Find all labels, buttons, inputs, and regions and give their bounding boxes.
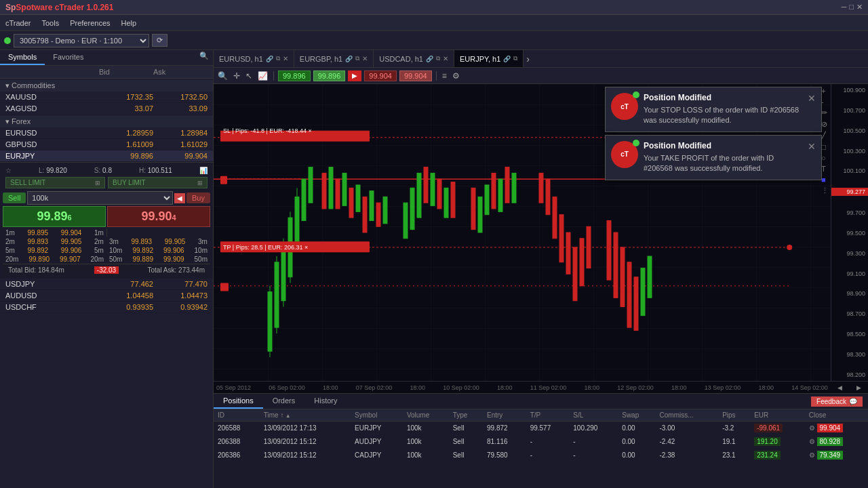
scroll-right-icon[interactable]: ▶ <box>856 384 861 391</box>
svg-rect-31 <box>478 197 482 232</box>
svg-rect-48 <box>627 262 631 327</box>
qt-info-row: ☆ L: 99.820 S: 0.8 H: 100.511 📊 <box>3 165 210 176</box>
eraser-icon[interactable]: ⊘ <box>821 120 829 129</box>
close-notif-1-icon[interactable]: ✕ <box>808 93 816 104</box>
svg-rect-28 <box>444 188 448 218</box>
account-selector[interactable]: 3005798 - Demo · EUR · 1:100 <box>14 34 149 47</box>
close-btn[interactable]: ✕ <box>856 3 863 12</box>
scroll-left-icon[interactable]: ◀ <box>837 384 842 391</box>
list-item[interactable]: USDJPY 77.462 77.470 <box>0 279 213 290</box>
menu-preferences[interactable]: Preferences <box>70 19 110 27</box>
svg-rect-24 <box>417 173 421 218</box>
line-icon[interactable]: ╱ <box>821 131 829 140</box>
crosshair-icon[interactable]: ✛ <box>232 70 241 82</box>
tab-orders[interactable]: Orders <box>263 394 305 409</box>
svg-rect-15 <box>342 173 347 205</box>
pos-gear-1[interactable]: ⚙ <box>809 424 815 432</box>
sell-price-display[interactable]: 99.896 <box>3 206 106 227</box>
cursor-icon[interactable]: ↖ <box>244 70 254 82</box>
close-pos-3-button[interactable]: 79.349 <box>817 451 844 460</box>
tab-symbols[interactable]: Symbols <box>0 50 45 65</box>
ask-button[interactable]: 99.904 <box>399 70 432 81</box>
chart-tab-eurjpy[interactable]: EURJPY, h1 🔗 ⧉ <box>454 50 524 67</box>
sell-arrow-icon[interactable]: ◀ <box>174 193 185 203</box>
zoom-icon[interactable]: 🔍 <box>216 70 229 82</box>
close-tab-icon[interactable]: ✕ <box>283 55 288 62</box>
minimize-btn[interactable]: ─ <box>842 3 847 12</box>
svg-rect-34 <box>498 179 502 211</box>
scroll-right-icon[interactable]: › <box>524 54 532 64</box>
refresh-button[interactable]: ⟳ <box>152 34 167 47</box>
right-panel: EURUSD, h1 🔗 ⧉ ✕ EURGBP, h1 🔗 ⧉ ✕ USDCAD… <box>214 50 868 488</box>
buy-price-display[interactable]: 99.904 <box>107 206 210 227</box>
pos-eur-1: -99.061 <box>750 422 805 435</box>
draw-icon[interactable]: ✏ <box>821 108 829 117</box>
more-icon[interactable]: ⋮ <box>821 186 829 195</box>
bottom-panel: Positions Orders History Feedback 💬 ID T… <box>214 393 868 488</box>
chart-tab-usdcad[interactable]: USDCAD, h1 🔗 ⧉ ✕ <box>374 50 454 67</box>
list-item-eurjpy[interactable]: EURJPY 99.896 99.904 <box>0 150 213 162</box>
trade-size-select[interactable]: 100k 10k 1k <box>27 191 173 205</box>
indicator-icon[interactable]: 📈 <box>256 70 269 82</box>
commodities-section: ▾ Commodities <box>0 80 213 92</box>
pos-id-2: 206388 <box>214 435 260 449</box>
close-tab-icon2[interactable]: ✕ <box>362 55 368 62</box>
list-item[interactable]: AUDUSD 1.04458 1.04473 <box>0 290 213 302</box>
tab-positions[interactable]: Positions <box>214 394 263 409</box>
text-icon[interactable]: T <box>821 165 829 173</box>
search-icon[interactable]: 🔍 <box>195 50 213 65</box>
list-item[interactable]: EURUSD 1.28959 1.28984 <box>0 127 213 139</box>
menu-help[interactable]: Help <box>121 19 137 27</box>
buy-button[interactable]: Buy <box>186 192 210 203</box>
chart-tab-eurgbp[interactable]: EURGBP, h1 🔗 ⧉ ✕ <box>294 50 374 67</box>
pos-gear-3[interactable]: ⚙ <box>809 451 815 459</box>
col-pips: Pips <box>718 409 750 422</box>
ask-display: 99.904 <box>364 70 397 81</box>
popout-icon2: ⧉ <box>355 55 359 62</box>
rect-icon[interactable]: □ <box>821 143 829 151</box>
sell-limit-button[interactable]: SELL LIMIT ⊞ <box>5 177 105 188</box>
timeframe-grid: 1m99.89599.9041m 2m99.89399.9052m 3m99.8… <box>3 228 210 264</box>
pos-gear-2[interactable]: ⚙ <box>809 438 815 445</box>
tab-history[interactable]: History <box>304 394 347 409</box>
menu-ctrader[interactable]: cTrader <box>5 19 31 27</box>
table-header: ID Time ↑ Symbol Volume Type Entry T/P S… <box>214 409 868 422</box>
pos-commission-2: -2.42 <box>656 435 719 449</box>
table-row: 206388 13/09/2012 15:12 AUDJPY 100k Sell… <box>214 435 868 449</box>
close-pos-2-button[interactable]: 80.928 <box>817 437 844 446</box>
qt-chart-icon[interactable]: 📊 <box>199 167 208 174</box>
tf-1m-left: 1m99.89599.9041m <box>3 228 106 237</box>
pos-sl-3: - <box>569 449 618 462</box>
list-item[interactable]: XAGUSD 33.07 33.09 <box>0 103 213 115</box>
settings-icon[interactable]: ⚙ <box>451 70 461 82</box>
svg-rect-41 <box>566 232 570 274</box>
list-item[interactable]: USDCHF 0.93935 0.93942 <box>0 302 213 313</box>
bid-button[interactable]: 99.896 <box>313 70 346 81</box>
qt-star[interactable]: ☆ <box>5 167 12 174</box>
col-time[interactable]: Time ↑ <box>260 409 351 422</box>
col-eur: EUR <box>750 409 805 422</box>
list-item[interactable]: XAUUSD 1732.35 1732.50 <box>0 92 213 103</box>
menu-tools[interactable]: Tools <box>42 19 60 27</box>
notif-title-2: Position Modified <box>644 141 802 150</box>
color-icon[interactable]: ■ <box>821 176 829 184</box>
maximize-btn[interactable]: □ <box>849 3 854 12</box>
close-notif-2-icon[interactable]: ✕ <box>808 141 816 152</box>
top-bar: SpSpotware cTrader 1.0.261 ─ □ ✕ <box>0 0 868 15</box>
tab-favorites[interactable]: Favorites <box>45 50 92 65</box>
zoom-in-icon[interactable]: + <box>821 87 829 95</box>
svg-rect-37 <box>539 173 543 203</box>
sell-button[interactable]: Sell <box>3 192 26 203</box>
list-item[interactable]: GBPUSD 1.61009 1.61029 <box>0 139 213 150</box>
close-pos-1-button[interactable]: 99.904 <box>817 424 844 432</box>
circle-icon[interactable]: ○ <box>821 154 829 162</box>
feedback-button[interactable]: Feedback 💬 <box>811 396 863 407</box>
list-icon[interactable]: ≡ <box>441 70 448 82</box>
buy-limit-button[interactable]: BUY LIMIT ⊞ <box>108 177 208 188</box>
chart-tab-eurusd[interactable]: EURUSD, h1 🔗 ⧉ ✕ <box>214 50 294 67</box>
svg-rect-13 <box>329 167 333 209</box>
tf-10m: 10m99.89299.90610m <box>106 246 210 255</box>
close-tab-icon3[interactable]: ✕ <box>443 55 448 62</box>
svg-rect-36 <box>512 173 516 203</box>
zoom-out-icon[interactable]: - <box>821 98 829 106</box>
